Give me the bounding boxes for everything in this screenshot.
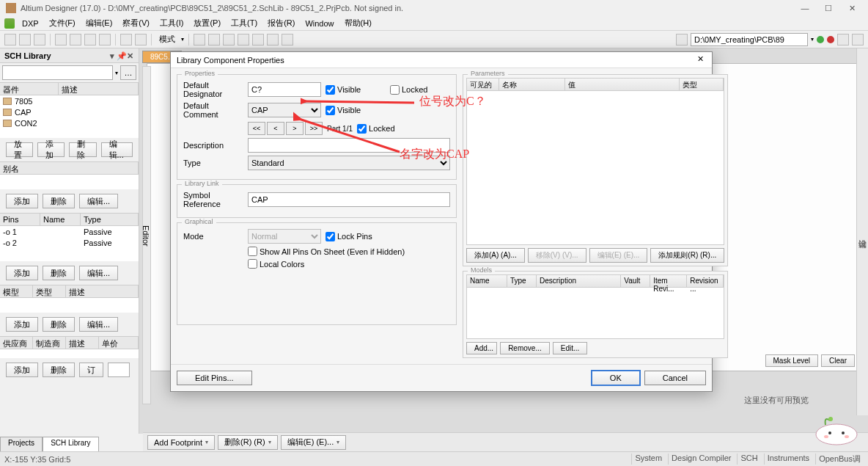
tb-icon-c[interactable] [223,34,235,45]
tb-new-icon[interactable] [4,34,16,45]
editor-sidetab[interactable]: Editor [142,66,151,404]
part-next-button[interactable]: > [286,122,304,135]
type-select[interactable]: Standard [248,156,450,170]
alias-edit-button[interactable]: 编辑... [79,194,118,208]
symbol-ref-input[interactable] [248,192,450,207]
pin-row[interactable]: -o 2Passive [0,237,139,248]
tab-projects[interactable]: Projects [0,437,43,451]
tb-home-icon[interactable] [837,34,849,45]
panel-pin-icon[interactable]: 📌 [117,51,125,60]
status-instruments[interactable]: Instruments [764,454,812,465]
tb-help-icon[interactable] [852,34,864,45]
model-edit-button[interactable]: Edit... [553,342,588,354]
comment-input[interactable]: CAP [248,103,321,117]
part-locked-check[interactable] [357,124,367,134]
tb-mode-label[interactable]: 模式 [156,34,178,45]
component-row[interactable]: CON2 [0,117,139,128]
pin-delete-button[interactable]: 删除 [43,266,75,280]
pin-add-button[interactable]: 添加 [6,266,38,280]
tb-icon-f[interactable] [267,34,279,45]
col-pins[interactable]: Pins [0,214,40,225]
add-button[interactable]: 添加 [37,142,65,157]
designator-visible-check[interactable] [326,85,335,95]
col-param-type[interactable]: 类型 [680,79,724,90]
menu-file[interactable]: 文件(F) [45,16,80,30]
sup-order-button[interactable]: 订 [79,363,103,377]
right-side-tab[interactable]: 设计编 [856,48,868,415]
model-edit-button[interactable]: 编辑... [79,317,118,332]
model-remove-button[interactable]: Remove... [500,342,550,354]
parameter-table[interactable] [466,91,724,245]
menu-arrange[interactable]: 工具(T) [227,16,262,30]
place-button[interactable]: 放置 [6,142,33,157]
col-model-type[interactable]: Type [507,275,537,287]
delete-button[interactable]: 删除 [69,142,96,157]
tb-copy-icon[interactable] [84,34,96,45]
tb-open-icon[interactable] [19,34,31,45]
col-supdesc[interactable]: 描述 [66,337,99,349]
menu-view[interactable]: 察看(V) [118,16,154,30]
model-table[interactable] [466,288,724,339]
alias-delete-button[interactable]: 删除 [43,194,75,208]
col-model-rev[interactable]: Revision ... [687,275,724,287]
footprint-delete-button[interactable]: 删除(R) (R) [218,435,278,450]
menu-dxp[interactable]: DXP [18,18,43,29]
col-model-vault[interactable]: Vault [621,275,650,287]
tb-paste-icon[interactable] [99,34,111,45]
tab-sch-library[interactable]: SCH Library [43,437,98,451]
alias-add-button[interactable]: 添加 [6,194,38,208]
tb-cut-icon[interactable] [70,34,81,45]
description-input[interactable] [248,138,450,153]
menu-tools[interactable]: 工具(I) [155,16,188,30]
add-footprint-button[interactable]: Add Footprint [147,435,215,450]
col-supplier[interactable]: 供应商 [0,337,33,349]
part-first-button[interactable]: << [248,122,265,135]
menu-report[interactable]: 报告(R) [263,16,299,30]
sup-add-button[interactable]: 添加 [6,363,38,377]
tb-icon-g[interactable] [282,34,293,45]
tb-icon-d[interactable] [238,34,249,45]
col-type[interactable]: Type [81,214,139,225]
lock-pins-check[interactable] [326,232,335,241]
col-name[interactable]: Name [40,214,81,225]
tb-icon-a[interactable] [194,34,205,45]
tb-undo-icon[interactable] [120,34,132,45]
library-search-input[interactable] [2,65,113,80]
search-button[interactable]: … [120,65,136,80]
comment-visible-check[interactable] [326,106,335,115]
col-component[interactable]: 器件 [0,83,59,95]
tb-redo-icon[interactable] [135,34,147,45]
tb-zoom-icon[interactable] [55,34,67,45]
dialog-close-button[interactable]: ✕ [694,54,706,66]
param-addrule-button[interactable]: 添加规则(R) (R)... [650,248,724,263]
component-row[interactable]: 7805 [0,95,139,106]
model-add-button[interactable]: 添加 [6,317,38,332]
part-prev-button[interactable]: < [267,122,284,135]
col-modeltype[interactable]: 类型 [33,285,66,297]
pin-row[interactable]: -o 1Passive [0,226,139,237]
path-input[interactable] [691,33,808,46]
maximize-button[interactable]: ☐ [818,1,839,15]
col-description[interactable]: 描述 [59,83,139,95]
status-sch[interactable]: SCH [737,454,760,465]
tb-save-icon[interactable] [34,34,45,45]
col-model-desc[interactable]: Description [537,275,621,287]
pin-edit-button[interactable]: 编辑... [79,266,118,280]
edit-pins-button[interactable]: Edit Pins... [177,371,252,385]
col-model[interactable]: 模型 [0,285,33,297]
col-model-name[interactable]: Name [467,275,507,287]
col-param-visible[interactable]: 可见的 [467,79,499,90]
model-add-button[interactable]: Add... [466,342,497,354]
status-openbus[interactable]: OpenBus调 [815,454,864,465]
col-alias[interactable]: 别名 [0,162,139,174]
footprint-edit-button[interactable]: 编辑(E) (E)... [281,435,347,450]
col-model-itemrev[interactable]: Item Revi... [650,275,687,287]
status-system[interactable]: System [631,454,665,465]
col-modeldesc[interactable]: 描述 [66,285,139,297]
mask-level-button[interactable]: Mask Level [765,354,819,367]
ok-button[interactable]: OK [592,371,640,385]
panel-dropdown-icon[interactable]: ▾ [108,51,117,60]
panel-close-icon[interactable]: ✕ [125,51,134,60]
col-param-value[interactable]: 值 [565,79,680,90]
tb-icon-e[interactable] [252,34,264,45]
